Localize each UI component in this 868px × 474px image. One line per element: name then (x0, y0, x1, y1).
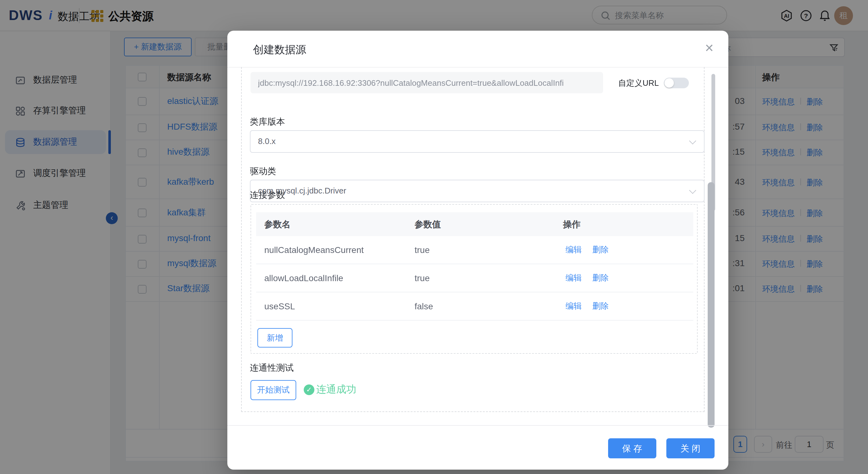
param-row: useSSL false 编辑 删除 (256, 292, 693, 321)
param-col-value: 参数值 (414, 212, 441, 236)
param-value: false (414, 292, 433, 320)
save-button[interactable]: 保 存 (608, 438, 656, 459)
param-row: allowLoadLocalInfile true 编辑 删除 (256, 264, 693, 292)
lib-version-label: 类库版本 (250, 117, 285, 128)
param-col-action: 操作 (563, 212, 581, 236)
param-col-name: 参数名 (264, 212, 290, 236)
close-icon[interactable]: ✕ (705, 41, 714, 55)
connectivity-test-label: 连通性测试 (250, 362, 294, 374)
start-test-button[interactable]: 开始测试 (250, 380, 296, 400)
driver-class-select[interactable]: com.mysql.cj.jdbc.Driver (250, 180, 705, 202)
create-datasource-modal: 创建数据源 ✕ 自定义URL 类库版本 8.0.x 驱动类 com.mysql.… (227, 31, 728, 470)
param-delete-link[interactable]: 删除 (592, 236, 609, 263)
params-header-row: 参数名 参数值 操作 (256, 212, 693, 236)
connection-params-label: 连接参数 (250, 190, 285, 201)
modal-scrollbar-thumb[interactable] (708, 182, 715, 428)
modal-footer-divider (227, 425, 728, 426)
lib-version-select[interactable]: 8.0.x (250, 130, 705, 153)
param-delete-link[interactable]: 删除 (592, 292, 609, 320)
param-edit-link[interactable]: 编辑 (565, 292, 582, 320)
param-value: true (414, 264, 430, 292)
add-param-button[interactable]: 新增 (257, 328, 292, 348)
lib-version-value: 8.0.x (258, 136, 276, 146)
driver-class-label: 驱动类 (250, 166, 276, 177)
param-name: allowLoadLocalInfile (264, 264, 343, 292)
custom-url-toggle[interactable] (664, 77, 689, 88)
param-delete-link[interactable]: 删除 (592, 264, 609, 292)
app-root: DWS i 数据工坊 公共资源 AI ? 租 (0, 0, 868, 474)
custom-url-label: 自定义URL (618, 77, 659, 89)
test-success-text: 连通成功 (316, 383, 356, 397)
toggle-knob (664, 78, 674, 88)
param-name: nullCatalogMeansCurrent (264, 236, 364, 263)
success-check-icon: ✓ (304, 384, 314, 395)
param-value: true (414, 236, 430, 263)
jdbc-url-input[interactable] (250, 72, 603, 93)
param-name: useSSL (264, 292, 295, 320)
chevron-down-icon (689, 187, 696, 194)
chevron-down-icon (689, 137, 696, 145)
modal-title: 创建数据源 (253, 42, 306, 57)
param-edit-link[interactable]: 编辑 (565, 236, 582, 263)
param-row: nullCatalogMeansCurrent true 编辑 删除 (256, 236, 693, 264)
close-button[interactable]: 关 闭 (666, 438, 715, 459)
param-edit-link[interactable]: 编辑 (565, 264, 582, 292)
params-table-container: 参数名 参数值 操作 nullCatalogMeansCurrent true … (250, 204, 698, 354)
